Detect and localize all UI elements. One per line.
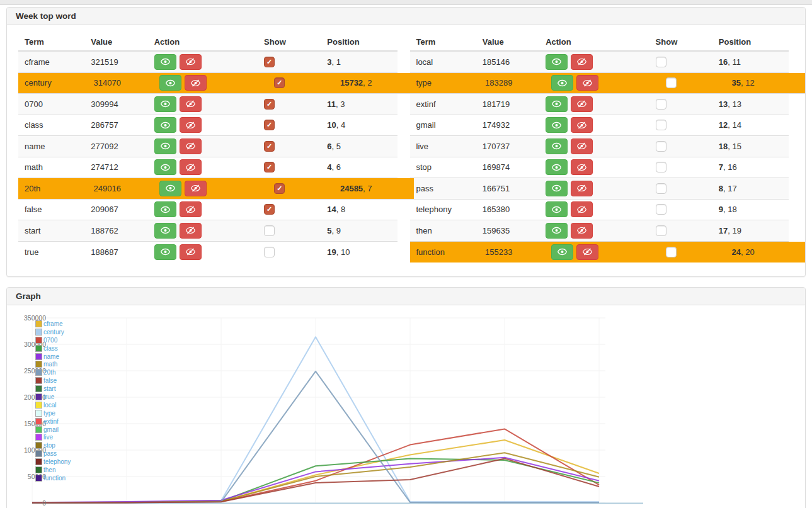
legend-label[interactable]: true: [43, 393, 54, 400]
show-term-button[interactable]: [154, 117, 176, 133]
position-secondary: , 3: [336, 99, 345, 109]
show-checkbox[interactable]: [656, 99, 666, 110]
eye-icon: [552, 206, 561, 213]
show-checkbox[interactable]: ✓: [274, 183, 285, 194]
show-cell: [646, 120, 710, 130]
legend-swatch: [35, 393, 42, 400]
legend-label[interactable]: type: [43, 410, 55, 417]
legend-label[interactable]: math: [43, 361, 57, 368]
position-secondary: , 13: [728, 99, 741, 109]
show-term-button[interactable]: [154, 159, 176, 175]
show-checkbox[interactable]: [264, 247, 275, 257]
show-term-button[interactable]: [551, 244, 573, 260]
show-checkbox[interactable]: [656, 162, 666, 172]
show-checkbox[interactable]: [656, 183, 666, 194]
show-term-button[interactable]: [546, 138, 568, 154]
legend-label[interactable]: stop: [43, 442, 55, 449]
hide-term-button[interactable]: [571, 223, 593, 239]
hide-term-button[interactable]: [576, 75, 598, 91]
action-cell: [149, 181, 264, 196]
hide-term-button[interactable]: [180, 96, 202, 112]
show-checkbox[interactable]: ✓: [264, 120, 275, 130]
show-term-button[interactable]: [551, 75, 573, 91]
legend-label[interactable]: pass: [43, 450, 57, 457]
show-checkbox[interactable]: [656, 225, 666, 236]
hide-term-button[interactable]: [180, 138, 202, 154]
hide-term-button[interactable]: [571, 96, 593, 112]
show-checkbox[interactable]: ✓: [264, 204, 275, 215]
show-checkbox[interactable]: [656, 204, 666, 215]
hide-term-button[interactable]: [185, 75, 207, 91]
action-cell: [535, 96, 645, 112]
legend-label[interactable]: class: [43, 345, 58, 352]
show-term-button[interactable]: [546, 96, 568, 112]
hide-term-button[interactable]: [571, 159, 593, 175]
show-term-button[interactable]: [154, 138, 176, 154]
hide-term-button[interactable]: [180, 244, 202, 260]
legend-label[interactable]: local: [43, 402, 57, 409]
position-cell: 8, 17: [710, 184, 789, 193]
show-term-button[interactable]: [546, 54, 568, 70]
legend-label[interactable]: start: [43, 385, 55, 392]
show-checkbox[interactable]: [656, 57, 666, 67]
show-term-button[interactable]: [546, 181, 568, 196]
show-term-button[interactable]: [546, 223, 568, 239]
legend-label[interactable]: live: [43, 434, 53, 441]
position-primary: 19: [327, 247, 336, 257]
hide-term-button[interactable]: [180, 223, 202, 239]
hide-term-button[interactable]: [180, 117, 202, 133]
show-term-button[interactable]: [154, 244, 176, 260]
show-checkbox[interactable]: ✓: [264, 57, 275, 67]
show-checkbox[interactable]: [666, 77, 677, 88]
table-row: 0700309994✓11, 3: [18, 94, 397, 115]
show-checkbox[interactable]: ✓: [274, 77, 285, 88]
show-checkbox[interactable]: ✓: [264, 141, 275, 152]
show-term-button[interactable]: [154, 201, 176, 217]
hide-term-button[interactable]: [571, 201, 593, 217]
legend-label[interactable]: telephony: [43, 458, 71, 465]
hide-term-button[interactable]: [571, 117, 593, 133]
show-checkbox[interactable]: ✓: [264, 99, 275, 110]
show-term-button[interactable]: [159, 181, 181, 196]
legend-label[interactable]: function: [43, 475, 66, 482]
legend-label[interactable]: cframe: [43, 320, 63, 327]
show-checkbox[interactable]: ✓: [264, 162, 275, 172]
value-cell: 321519: [81, 57, 144, 67]
legend-item: false: [35, 376, 71, 385]
action-cell: [144, 117, 254, 133]
legend-item: telephony: [35, 458, 71, 466]
hide-term-button[interactable]: [571, 181, 593, 196]
legend-label[interactable]: false: [43, 377, 57, 384]
show-checkbox[interactable]: [656, 141, 666, 152]
hide-term-button[interactable]: [185, 181, 207, 196]
hide-term-button[interactable]: [180, 54, 202, 70]
show-term-button[interactable]: [546, 201, 568, 217]
legend-label[interactable]: name: [43, 353, 59, 360]
hide-term-button[interactable]: [576, 244, 598, 260]
legend-label[interactable]: then: [43, 466, 55, 473]
show-term-button[interactable]: [154, 223, 176, 239]
hide-term-button[interactable]: [180, 201, 202, 217]
show-checkbox[interactable]: [666, 247, 677, 257]
show-term-button[interactable]: [154, 96, 176, 112]
action-cell: [535, 138, 645, 154]
legend-label[interactable]: extinf: [43, 418, 59, 425]
position-primary: 24: [731, 247, 740, 257]
term-cell: local: [410, 57, 472, 67]
legend-label[interactable]: gmail: [43, 426, 59, 433]
hide-term-button[interactable]: [571, 54, 593, 70]
show-term-button[interactable]: [159, 75, 181, 91]
show-checkbox[interactable]: [656, 120, 666, 130]
hide-term-button[interactable]: [180, 159, 202, 175]
value-cell: 309994: [81, 99, 144, 109]
legend-label[interactable]: century: [43, 329, 64, 336]
show-term-button[interactable]: [546, 159, 568, 175]
show-checkbox[interactable]: [264, 225, 275, 236]
position-secondary: , 12: [741, 78, 755, 87]
legend-label[interactable]: 0700: [43, 337, 57, 344]
value-cell: 170737: [472, 142, 535, 151]
show-term-button[interactable]: [546, 117, 568, 133]
legend-label[interactable]: 20th: [43, 369, 55, 376]
show-term-button[interactable]: [154, 54, 176, 70]
hide-term-button[interactable]: [571, 138, 593, 154]
